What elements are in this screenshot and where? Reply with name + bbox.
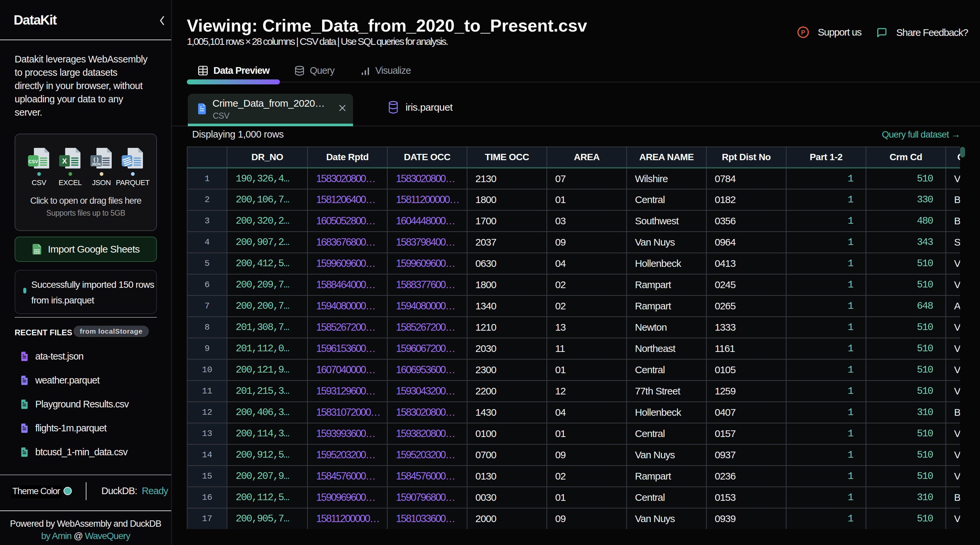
svg-text:{ }: { } — [94, 157, 99, 162]
svg-text:X: X — [62, 157, 67, 165]
svg-text:JSON: JSON — [91, 162, 100, 166]
svg-text:CSV: CSV — [29, 159, 38, 164]
svg-text:P: P — [801, 29, 805, 36]
